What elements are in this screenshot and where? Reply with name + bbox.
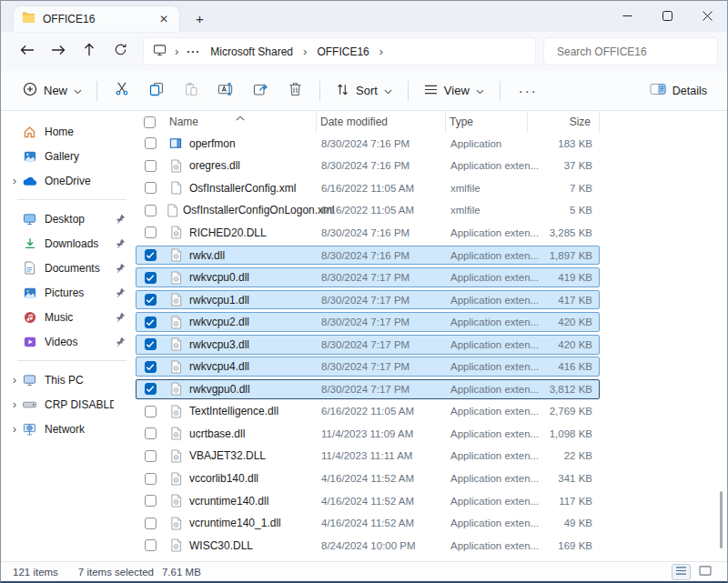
table-row[interactable]: rwkvcpu4.dll8/30/2024 7:17 PMApplication… (136, 357, 600, 378)
column-header-date-modified[interactable]: Date modified (317, 111, 446, 133)
select-all-checkbox[interactable] (144, 116, 156, 128)
file-name: rwkvcpu2.dll (189, 316, 249, 328)
rename-button[interactable] (208, 75, 243, 106)
search-input[interactable] (555, 45, 706, 59)
table-row[interactable]: OsfInstallerConfig.xml6/16/2022 11:05 AM… (136, 178, 600, 200)
table-row[interactable]: VBAJET32.DLL11/4/2023 11:11 AMApplicatio… (136, 447, 600, 468)
sidebar-item-onedrive[interactable]: ›OneDrive (1, 168, 136, 193)
file-type: Application exten... (447, 317, 539, 327)
table-row[interactable]: TextIntelligence.dll6/16/2022 11:05 AMAp… (136, 402, 600, 424)
table-row[interactable]: WISC30.DLL8/24/2024 10:00 PMApplication … (136, 536, 600, 558)
row-checkbox[interactable] (145, 137, 157, 149)
row-checkbox[interactable] (145, 539, 157, 551)
sidebar-item-home[interactable]: Home (1, 119, 136, 144)
onedrive-icon (22, 176, 37, 186)
sidebar-item-desktop[interactable]: Desktop (1, 206, 136, 231)
vertical-scrollbar[interactable] (720, 491, 723, 548)
row-checkbox[interactable] (145, 338, 157, 350)
table-row[interactable]: rwkvcpu2.dll8/30/2024 7:17 PMApplication… (136, 312, 600, 334)
new-tab-button[interactable]: + (196, 11, 204, 26)
table-row[interactable]: OsfInstallerConfigOnLogon.xml6/16/2022 1… (136, 201, 600, 223)
sort-button[interactable]: Sort (328, 77, 400, 105)
table-row[interactable]: rwkvgpu0.dll8/30/2024 7:17 PMApplication… (136, 379, 600, 401)
file-type: xmlfile (447, 205, 480, 216)
row-checkbox[interactable] (145, 427, 157, 439)
chevron-right-icon[interactable]: › (7, 374, 22, 387)
file-type: Application exten... (447, 406, 539, 417)
table-row[interactable]: ucrtbase.dll11/4/2023 11:09 AMApplicatio… (136, 424, 600, 446)
table-row[interactable]: rwkvcpu1.dll8/30/2024 7:17 PMApplication… (136, 290, 600, 312)
sidebar-item-documents[interactable]: Documents (1, 256, 136, 280)
breadcrumb[interactable]: › ··· Microsoft Shared › OFFICE16 › (143, 37, 536, 65)
up-button[interactable] (74, 37, 105, 66)
column-header-size[interactable]: Size (528, 111, 600, 133)
row-checkbox[interactable] (145, 226, 157, 238)
close-button[interactable] (687, 1, 727, 32)
cut-button[interactable] (105, 75, 139, 106)
more-options-button[interactable]: ··· (508, 83, 549, 98)
paste-button[interactable] (174, 75, 208, 106)
new-button[interactable]: New (15, 76, 89, 105)
back-button[interactable] (12, 37, 43, 66)
table-row[interactable]: vcruntime140.dll4/16/2024 11:52 AMApplic… (136, 491, 600, 513)
breadcrumb-overflow[interactable]: ··· (187, 45, 200, 58)
row-checkbox[interactable] (145, 317, 157, 328)
chevron-right-icon[interactable]: › (7, 398, 22, 411)
sidebar-item-gallery[interactable]: Gallery (1, 144, 136, 168)
row-checkbox[interactable] (145, 272, 157, 284)
row-checkbox[interactable] (145, 294, 157, 306)
table-row[interactable]: vcruntime140_1.dll4/16/2024 11:52 AMAppl… (136, 513, 600, 535)
row-checkbox[interactable] (145, 383, 157, 395)
table-row[interactable]: oregres.dll8/30/2024 7:16 PMApplication … (136, 156, 600, 178)
row-checkbox[interactable] (145, 160, 157, 172)
minimize-button[interactable] (607, 1, 647, 32)
table-row[interactable]: WXPNSE.DLL8/30/2024 7:16 PMApplication e… (136, 558, 600, 561)
row-checkbox[interactable] (145, 249, 157, 261)
sidebar-item-crp-disabld-d[interactable]: ›CRP DISABLD (D:) (1, 392, 136, 417)
row-checkbox[interactable] (145, 182, 157, 194)
breadcrumb-item-microsoft-shared[interactable]: Microsoft Shared (208, 45, 295, 58)
row-checkbox[interactable] (145, 406, 157, 417)
row-checkbox[interactable] (145, 473, 157, 485)
row-checkbox[interactable] (145, 518, 157, 529)
refresh-icon (114, 43, 127, 60)
breadcrumb-item-office16[interactable]: OFFICE16 (315, 45, 370, 58)
refresh-button[interactable] (105, 37, 136, 66)
details-view-toggle[interactable] (672, 564, 691, 580)
row-checkbox[interactable] (145, 205, 157, 216)
file-size: 419 KB (558, 272, 592, 283)
table-row[interactable]: RICHED20.DLL8/30/2024 7:16 PMApplication… (136, 223, 600, 245)
sidebar-item-pictures[interactable]: Pictures (1, 280, 136, 305)
dll-file-icon (167, 427, 185, 440)
sidebar-item-videos[interactable]: Videos (1, 329, 136, 354)
column-header-type[interactable]: Type (446, 111, 528, 133)
search-box[interactable] (543, 37, 718, 65)
table-row[interactable]: rwkvcpu0.dll8/30/2024 7:17 PMApplication… (136, 267, 600, 289)
maximize-button[interactable] (647, 1, 687, 32)
this-pc-icon[interactable] (153, 44, 167, 59)
sidebar-item-this-pc[interactable]: ›This PC (1, 367, 136, 392)
chevron-right-icon[interactable]: › (7, 175, 22, 187)
table-row[interactable]: operfmon8/30/2024 7:16 PMApplication183 … (136, 134, 600, 156)
row-checkbox[interactable] (145, 495, 157, 507)
view-button[interactable]: View (416, 78, 492, 104)
sidebar-item-downloads[interactable]: Downloads (1, 231, 136, 256)
view-lines-icon (424, 84, 438, 98)
share-button[interactable] (243, 75, 278, 106)
sidebar-item-network[interactable]: ›Network (1, 417, 136, 441)
tab-close-icon[interactable]: ✕ (157, 13, 171, 25)
tab-office16[interactable]: OFFICE16 ✕ (14, 6, 179, 32)
row-checkbox[interactable] (145, 450, 157, 462)
table-row[interactable]: rwkvcpu3.dll8/30/2024 7:17 PMApplication… (136, 335, 600, 357)
chevron-right-icon[interactable]: › (7, 423, 22, 436)
paste-icon (184, 82, 198, 100)
row-checkbox[interactable] (145, 361, 157, 373)
details-pane-toggle[interactable]: Details (650, 83, 718, 98)
large-icons-view-toggle[interactable] (695, 564, 714, 580)
copy-button[interactable] (139, 75, 174, 106)
forward-button[interactable] (43, 37, 74, 66)
table-row[interactable]: rwkv.dll8/30/2024 7:16 PMApplication ext… (136, 246, 600, 267)
delete-button[interactable] (278, 75, 312, 106)
table-row[interactable]: vccorlib140.dll4/16/2024 11:52 AMApplica… (136, 468, 600, 490)
sidebar-item-music[interactable]: Music (1, 305, 136, 329)
